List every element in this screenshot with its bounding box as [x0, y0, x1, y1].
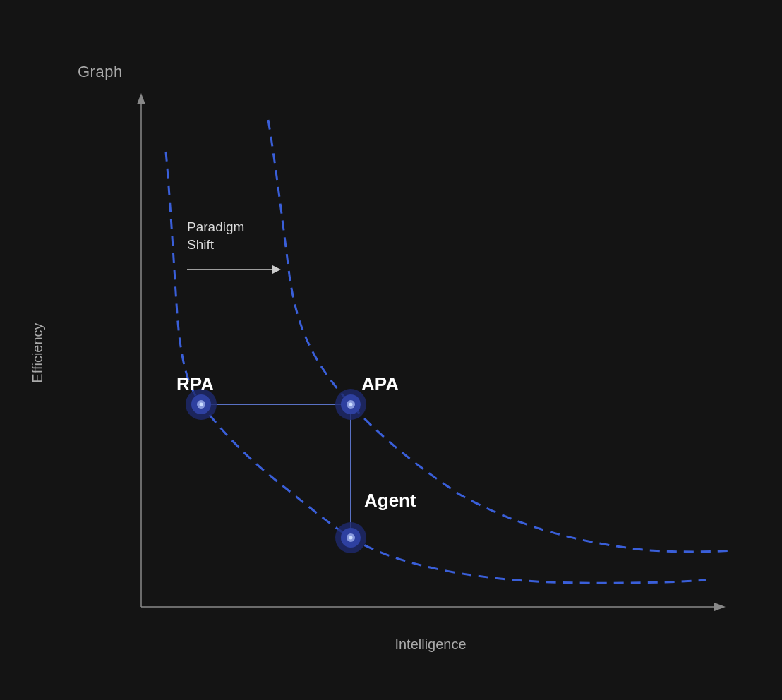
agent-node-center — [349, 536, 353, 540]
paradigm-shift-label-line2: Shift — [187, 237, 215, 252]
main-chart: Efficiency Intelligence Paradigm Shift R… — [0, 0, 782, 700]
paradigm-shift-label-line1: Paradigm — [187, 219, 244, 234]
apa-label: APA — [361, 373, 399, 394]
chart-container: Graph Efficiency Intelligence Paradigm S… — [0, 0, 782, 700]
agent-label: Agent — [364, 490, 416, 511]
rpa-node-center — [200, 403, 203, 406]
curve-lower — [166, 152, 706, 583]
rpa-label: RPA — [176, 373, 214, 394]
intelligence-label: Intelligence — [395, 636, 466, 652]
svg-marker-1 — [137, 93, 145, 104]
curve-upper — [268, 120, 734, 552]
svg-marker-7 — [272, 265, 281, 274]
svg-marker-3 — [714, 603, 726, 611]
apa-node-center — [349, 403, 353, 406]
efficiency-label: Efficiency — [30, 322, 45, 382]
